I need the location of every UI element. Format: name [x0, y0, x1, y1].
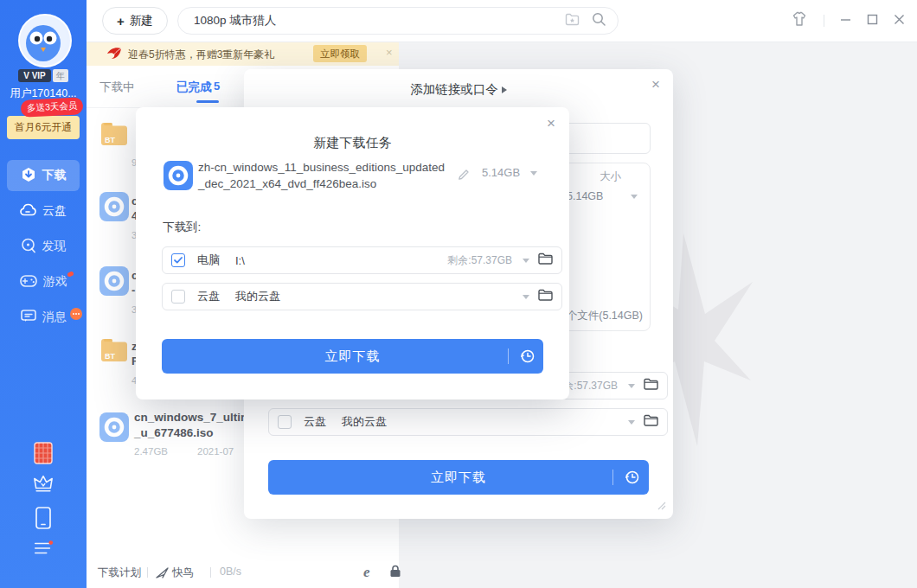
- titlebar: + 新建: [87, 0, 917, 42]
- folder-browse-icon[interactable]: [644, 378, 658, 393]
- bt-folder-icon: BT: [99, 121, 129, 150]
- collection-folder-icon[interactable]: [565, 13, 580, 29]
- gamepad-icon: [20, 275, 37, 290]
- file-size-value: 5.14GB: [567, 190, 603, 202]
- folder-browse-icon[interactable]: [538, 289, 553, 304]
- expand-arrow-icon[interactable]: [502, 86, 507, 93]
- sidebar-item-games[interactable]: 游戏: [0, 266, 87, 297]
- chevron-down-icon[interactable]: [530, 171, 537, 176]
- vip-v: V: [23, 71, 29, 80]
- download-plan-link[interactable]: 下载计划: [98, 566, 141, 580]
- message-icon: [21, 310, 36, 325]
- cloud-icon: [20, 203, 36, 219]
- close-button[interactable]: [894, 13, 905, 29]
- new-task-dialog: × 新建下载任务 zh-cn_windows_11_business_editi…: [136, 107, 569, 399]
- new-task-close-icon[interactable]: ×: [547, 116, 555, 131]
- sidebar-item-discover[interactable]: 发现: [0, 231, 87, 262]
- search-box[interactable]: [177, 7, 619, 35]
- sidebar-item-cloud[interactable]: 云盘: [0, 195, 87, 227]
- bt-folder-icon: BT: [99, 337, 129, 367]
- controls-divider: [824, 15, 824, 27]
- download-now-button[interactable]: 立即下载: [268, 460, 649, 495]
- svg-text:BT: BT: [105, 136, 115, 144]
- new-task-button[interactable]: + 新建: [102, 7, 168, 35]
- avatar[interactable]: [18, 14, 72, 67]
- task-size: 2.47GB: [134, 446, 168, 457]
- file-size: 5.14GB: [482, 166, 520, 179]
- minimize-button[interactable]: [840, 13, 851, 29]
- promo-badge-open-vip[interactable]: 首月6元开通: [7, 116, 80, 139]
- folder-browse-icon[interactable]: [538, 252, 553, 268]
- add-link-dialog-title: 添加链接或口令: [244, 81, 673, 98]
- promo-badge-top[interactable]: 多送3天会员: [21, 97, 84, 118]
- sidebar-item-download[interactable]: 下载: [0, 160, 87, 191]
- plus-icon: +: [117, 15, 125, 28]
- iso-disc-icon: [99, 412, 129, 442]
- new-task-label: 新建: [130, 13, 153, 29]
- iso-disc-icon: [99, 192, 129, 221]
- chevron-down-icon[interactable]: [628, 384, 635, 388]
- save-path-computer-row[interactable]: 电脑 I:\ 剩余:57.37GB: [162, 246, 562, 274]
- chevron-down-icon[interactable]: [631, 195, 638, 199]
- iso-disc-icon: [99, 266, 129, 296]
- save-path-cloud-row[interactable]: 云盘 我的云盘: [268, 408, 668, 436]
- svg-text:BT: BT: [105, 352, 115, 361]
- iso-file-icon: [164, 161, 193, 190]
- messages-count-badge: [70, 308, 82, 320]
- file-name: zh-cn_windows_11_business_editions_updat…: [198, 159, 447, 192]
- new-task-dialog-title: 新建下载任务: [136, 135, 569, 151]
- statusbar: 下载计划 快鸟 0B/s e: [87, 558, 399, 588]
- checkbox-unchecked-icon[interactable]: [171, 290, 185, 304]
- schedule-clock-icon[interactable]: [520, 348, 535, 367]
- mobile-icon[interactable]: [33, 507, 54, 529]
- red-packet-icon[interactable]: [33, 442, 54, 464]
- theme-skin-icon[interactable]: [791, 11, 808, 30]
- download-now-button[interactable]: 立即下载: [162, 339, 543, 374]
- maximize-button[interactable]: [867, 13, 878, 29]
- search-input[interactable]: [192, 14, 553, 29]
- sidebar: V VIP年 用户170140... 多送3天会员 首月6元开通 下载 云盘 发…: [0, 0, 87, 588]
- ie-browser-icon[interactable]: e: [363, 564, 370, 581]
- save-path-cloud-row[interactable]: 云盘 我的云盘: [162, 283, 562, 310]
- window-controls: [791, 0, 905, 42]
- chevron-down-icon[interactable]: [523, 295, 529, 299]
- folder-browse-icon[interactable]: [644, 414, 658, 430]
- rename-pencil-icon[interactable]: [458, 168, 471, 184]
- chevron-down-icon[interactable]: [523, 259, 529, 263]
- task-date: 2021-07: [197, 446, 234, 457]
- task-name-fragment: -: [131, 284, 135, 297]
- vip-badge[interactable]: V VIP年: [0, 70, 87, 82]
- games-red-dot: [67, 272, 72, 277]
- menu-icon[interactable]: [33, 540, 54, 557]
- resize-handle[interactable]: [657, 498, 666, 514]
- sidebar-item-messages[interactable]: 消息: [0, 302, 87, 333]
- download-icon: [21, 167, 36, 185]
- search-icon[interactable]: [592, 12, 606, 29]
- size-column-header: 大小: [600, 169, 621, 184]
- add-link-close-icon[interactable]: ×: [651, 77, 660, 92]
- save-to-label: 下载到:: [163, 220, 201, 235]
- checkbox-checked-icon[interactable]: [171, 253, 185, 267]
- vip-year-tag: 年: [53, 69, 68, 82]
- discover-icon: [21, 238, 36, 256]
- lock-icon[interactable]: [389, 565, 401, 581]
- schedule-clock-icon[interactable]: [625, 470, 640, 488]
- fast-bird-link[interactable]: 快鸟: [172, 566, 194, 580]
- chevron-down-icon[interactable]: [628, 420, 635, 425]
- checkbox-unchecked-icon[interactable]: [278, 415, 292, 429]
- speed-bird-icon: [156, 566, 169, 582]
- speed-value: 0B/s: [220, 566, 241, 578]
- vip-crown-icon[interactable]: [33, 474, 54, 494]
- vip-text: VIP: [32, 71, 46, 80]
